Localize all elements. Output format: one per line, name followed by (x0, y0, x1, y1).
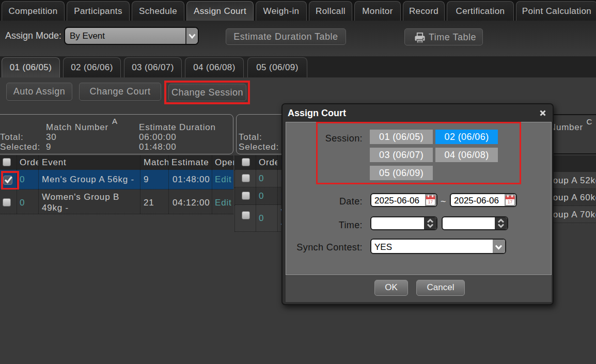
svg-text:17: 17 (508, 199, 513, 204)
svg-text:17: 17 (428, 199, 433, 204)
